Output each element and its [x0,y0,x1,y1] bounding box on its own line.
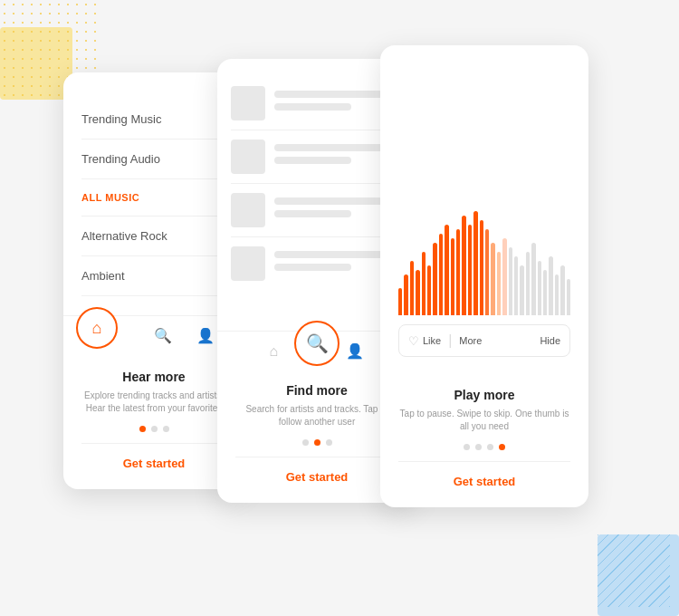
card3-dots [398,444,570,450]
dot-2-active [314,439,320,446]
wave-bar [531,243,535,315]
wave-bar [502,238,506,315]
wave-bar [497,252,501,315]
wave-bar [485,229,489,315]
wave-bar [555,274,559,315]
wave-bar [491,243,494,315]
list-row-2 [231,130,403,184]
wave-bar [451,238,454,315]
list-line-3b [274,210,351,217]
wave-bar [468,225,472,315]
list-row-4 [231,237,403,290]
dot-1-3 [163,426,169,432]
wave-bar [439,234,443,315]
waveform-area: ♡ Like | More Hide [380,45,588,375]
wave-bar [543,270,547,315]
wave-bar [416,270,419,315]
wave-bar [445,225,448,315]
wave-bar [404,274,407,315]
card3-footer: Play more Tap to pause. Swipe to skip. O… [380,375,588,507]
wave-bar [398,288,402,315]
card3-title: Play more [398,388,570,402]
get-started-1[interactable]: Get started [123,457,186,470]
wave-bar [509,247,512,315]
card1-dots [81,426,226,432]
dot-3-3 [487,444,493,450]
dot-3-2 [475,444,482,450]
card2-dots [235,439,398,446]
search-button[interactable]: 🔍 [294,321,340,366]
nav-item-alt-rock[interactable]: Alternative Rock [81,217,226,256]
card1-title: Hear more [81,370,226,384]
dot-3-active [499,444,505,450]
profile-nav-icon[interactable]: 👤 [196,327,215,344]
dot-3-1 [464,444,470,450]
list-row-1 [231,77,403,130]
list-thumb-4 [231,246,265,281]
list-line-2b [274,157,351,164]
list-thumb-2 [231,140,265,174]
search-icon: 🔍 [306,332,329,354]
wave-bar [456,229,460,315]
wave-bar [560,265,564,315]
wave-bar [433,243,436,315]
card1-description: Explore trending tracks and artists. Hea… [81,390,226,415]
hide-button[interactable]: Hide [540,335,560,346]
nav-item-trending-audio[interactable]: Trending Audio [81,140,226,179]
get-started-3[interactable]: Get started [454,475,516,488]
list-line-1b [274,103,351,111]
wave-bar [422,252,426,315]
wave-left-controls: ♡ Like | More [408,332,482,349]
profile-nav-icon-2[interactable]: 👤 [346,342,364,360]
dot-2-1 [302,439,309,446]
get-started-2[interactable]: Get started [286,470,349,484]
home-button[interactable]: ⌂ [76,307,118,349]
wave-bar [410,261,414,315]
list-row-3 [231,184,403,237]
home-nav-icon-2[interactable]: ⌂ [270,343,279,360]
wave-bar [480,220,483,315]
nav-item-ambient[interactable]: Ambient [81,256,226,296]
list-line-4b [274,264,351,271]
divider-2 [235,457,398,457]
wave-bar [567,279,570,315]
wave-bar [427,265,431,315]
list-thumb-1 [231,86,265,120]
wave-controls: ♡ Like | More Hide [398,324,570,357]
waveform [394,63,575,324]
more-button[interactable]: More [459,335,482,346]
dot-2-3 [326,439,332,446]
wave-bar [514,256,518,315]
divider-1 [81,443,226,444]
search-nav-icon[interactable]: 🔍 [154,327,172,344]
like-button[interactable]: ♡ Like [408,334,441,348]
wave-bar [538,261,541,315]
wave-bar [520,265,523,315]
wave-bar [549,256,552,315]
nav-item-all-music[interactable]: ALL MUSIC [81,179,226,217]
dot-1-2 [151,426,158,432]
card3-description: Tap to pause. Swipe to skip. One thumb i… [398,408,570,433]
wave-bar [473,211,477,315]
cards-container: Trending Music Trending Audio ALL MUSIC … [45,45,634,553]
list-thumb-3 [231,193,265,227]
heart-icon: ♡ [408,334,419,348]
card-play-more: ♡ Like | More Hide Play more Tap to paus… [380,45,588,507]
card2-title: Find more [235,383,398,398]
card2-description: Search for artists and tracks. Tap to fo… [235,403,398,428]
nav-item-trending-music[interactable]: Trending Music [81,100,226,140]
dot-1-active [139,426,146,432]
wave-bar [526,252,530,315]
divider-3 [398,461,570,462]
wave-bar [462,216,465,315]
home-icon: ⌂ [92,319,102,338]
